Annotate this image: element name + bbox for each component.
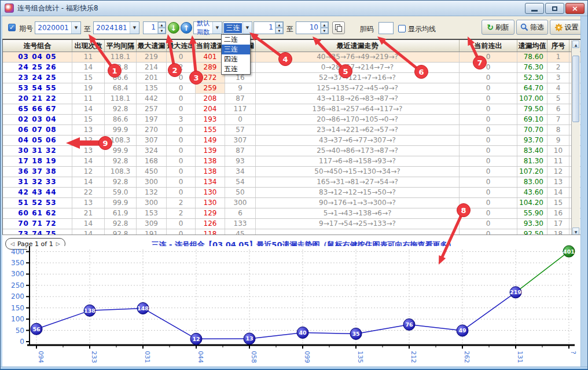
table-cell: 02 03 04 <box>3 115 72 124</box>
column-header[interactable]: 出现次数 <box>72 40 105 52</box>
table-row[interactable]: 60 61 622161.9153212965→1→43→138→6→?055.… <box>3 208 580 219</box>
table-cell: 0 <box>460 94 517 104</box>
scrollbar-thumb[interactable] <box>572 56 579 122</box>
filter-button[interactable]: 筛选 <box>516 20 548 35</box>
svg-text:031: 031 <box>144 351 151 363</box>
table-cell: 0 <box>167 135 196 145</box>
table-cell: 5→1→43→138→6→? <box>256 208 460 218</box>
table-cell: 442 <box>137 94 167 104</box>
scroll-up-icon[interactable]: ▲ <box>572 41 579 48</box>
table-cell: 92.8 <box>105 156 137 166</box>
chevron-down-icon[interactable]: ▼ <box>71 22 80 34</box>
show-average-checkbox[interactable] <box>398 25 406 32</box>
filter-label: 筛选 <box>530 23 544 32</box>
default-periods-value: 默认期数 <box>194 19 212 36</box>
svg-text:350: 350 <box>11 259 24 267</box>
table-row[interactable]: 53 54 551968.413502599125→135→72→45→9→?0… <box>3 83 580 94</box>
chevron-down-icon[interactable]: ▼ <box>212 22 222 34</box>
table-row[interactable]: 70 71 721492.830901261339→17→54→25→133→?… <box>3 219 580 229</box>
table-row[interactable]: 02 03 041586.61973193020→86→170→105→0→?0… <box>3 115 580 125</box>
spin-down-icon[interactable]: ▼ <box>321 28 328 34</box>
table-cell: 208 <box>196 94 225 104</box>
table-cell: 14 <box>72 104 105 114</box>
restore-button[interactable] <box>545 3 564 14</box>
column-header[interactable]: 序号 <box>547 40 569 52</box>
table-cell: 7 <box>547 115 569 124</box>
table-scrollbar[interactable]: ▲ ▼ <box>571 41 580 235</box>
chevron-down-icon[interactable]: ▼ <box>242 22 252 34</box>
titlebar[interactable]: 连号组合统计 - 福彩快乐8 × <box>1 1 588 16</box>
settings-button[interactable]: 设置 <box>550 20 583 35</box>
table-row[interactable]: 65 66 671492.82570204117136→81→257→64→11… <box>3 104 580 115</box>
table-row[interactable]: 36 37 3812108.345001383450→450→15→130→34… <box>3 167 580 177</box>
close-button[interactable]: × <box>565 3 585 14</box>
table-row[interactable]: 23 24 251586.620102721652→37→121→7→16→?0… <box>3 73 580 83</box>
table-cell: 68.4 <box>105 83 137 93</box>
range-from-spinner[interactable]: 1 ▲▼ <box>253 21 284 34</box>
period-to-combo[interactable]: 2024181 ▼ <box>93 21 139 34</box>
table-cell: 18 <box>547 229 569 235</box>
svg-text:12: 12 <box>192 336 200 342</box>
move-down-button[interactable]: ↓ <box>168 22 179 34</box>
dropdown-option[interactable]: 四连 <box>222 54 250 64</box>
table-row[interactable]: 73 74 751492.8191011845092.5018 <box>3 229 580 235</box>
table-cell: 300 <box>137 198 167 208</box>
danma-input[interactable] <box>378 22 394 34</box>
table-cell: 0 <box>460 229 517 235</box>
table-cell: 270 <box>137 125 167 135</box>
svg-text:0: 0 <box>20 338 24 346</box>
table-cell: 0 <box>460 63 517 72</box>
minimize-button[interactable] <box>525 3 544 14</box>
range-to-spinner[interactable]: 10 ▲▼ <box>296 21 329 34</box>
table-row[interactable]: 24 25 261492.8214228970→28→57→214→7→?076… <box>3 63 580 73</box>
column-header[interactable]: 最近遗漏走势 <box>256 40 460 52</box>
table-row[interactable]: 42 43 442259.013201305083→12→12→15→50→?0… <box>3 188 580 198</box>
copy-button[interactable] <box>332 21 345 34</box>
spin-down-icon[interactable]: ▼ <box>275 28 283 34</box>
table-row[interactable]: 31 32 331492.8300013454165→31→81→27→54→?… <box>3 177 580 188</box>
table-body: 03 04 0511118.1219040121940→35→76→49→219… <box>3 52 580 235</box>
table-row[interactable]: 51 52 531399.9300213030090→176→1→3→300→?… <box>3 198 580 208</box>
table-cell <box>256 229 460 235</box>
table-row[interactable]: 20 21 2211118.144202088743→118→26→83→87→… <box>3 94 580 104</box>
column-header[interactable]: 最大遗漏 <box>137 40 167 52</box>
table-cell: 83.40 <box>517 146 547 156</box>
dropdown-option[interactable]: 五连 <box>222 64 250 74</box>
column-header[interactable]: 当前连出 <box>460 40 517 52</box>
table-cell: 17 <box>547 219 569 229</box>
table-cell: 43→37→6→77→307→? <box>256 135 460 145</box>
period-from-combo[interactable]: 2020001 ▼ <box>35 21 81 34</box>
table-cell: 3 <box>547 73 569 83</box>
move-up-button[interactable]: ↑ <box>181 22 192 34</box>
dropdown-option[interactable]: 三连 <box>222 45 250 54</box>
step-spinner[interactable]: 1 ▲▼ <box>143 21 166 34</box>
spin-up-icon[interactable]: ▲ <box>275 22 283 28</box>
column-header[interactable]: 遗漏均值 <box>517 40 547 52</box>
period-checkbox[interactable]: ✓ <box>8 24 16 31</box>
streak-type-value: 三连 <box>224 23 242 33</box>
column-header[interactable]: 连号组合 <box>3 40 72 52</box>
table-cell: 0 <box>460 104 517 114</box>
table-cell: 133 <box>225 219 256 229</box>
table-row[interactable]: 17 18 191492.8168013893117→6→8→158→93→?0… <box>3 156 580 167</box>
table-row[interactable]: 04 05 0612108.3307014930743→37→6→77→307→… <box>3 135 580 146</box>
streak-type-combo[interactable]: 三连 ▼ <box>223 21 252 34</box>
table-row[interactable]: 03 04 0511118.1219040121940→35→76→49→219… <box>3 52 580 63</box>
spin-up-icon[interactable]: ▲ <box>321 22 328 28</box>
column-header[interactable]: 最大连出 <box>167 40 196 52</box>
table-row[interactable]: 30 31 321399.932401398725→40→86→173→87→?… <box>3 146 580 156</box>
table-cell: 90→176→1→3→300→? <box>256 198 460 208</box>
table-cell: 87 <box>225 146 256 156</box>
svg-text:49: 49 <box>458 327 466 334</box>
spin-up-icon[interactable]: ▲ <box>158 22 166 28</box>
table-cell: 11 <box>547 156 569 166</box>
dropdown-option[interactable]: 二连 <box>222 35 250 45</box>
spin-down-icon[interactable]: ▼ <box>158 28 166 34</box>
default-periods-combo[interactable]: 默认期数 ▼ <box>193 21 222 34</box>
chevron-down-icon[interactable]: ▼ <box>130 22 139 34</box>
column-header[interactable]: 平均间隔 <box>105 40 137 52</box>
table-cell: 83.00 <box>517 177 547 187</box>
refresh-button[interactable]: ↻ 刷新 <box>482 20 514 35</box>
table-row[interactable]: 06 07 081399.927001555723→14→221→62→57→?… <box>3 125 580 135</box>
omission-trend-chart[interactable]: 0501001502002503003504000942330310440580… <box>1 235 588 370</box>
